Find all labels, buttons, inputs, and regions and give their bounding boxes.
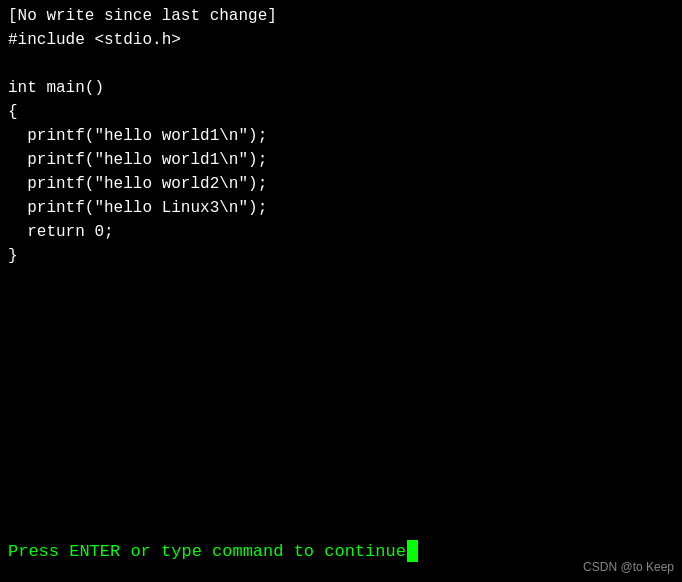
code-line: [No write since last change] [8, 4, 674, 28]
status-text: Press ENTER or type command to continue [8, 540, 418, 562]
cursor-block [407, 540, 418, 562]
code-line: } [8, 244, 674, 268]
code-line: printf("hello world2\n"); [8, 172, 674, 196]
code-line: printf("hello world1\n"); [8, 124, 674, 148]
code-line [8, 52, 674, 76]
code-line: #include <stdio.h> [8, 28, 674, 52]
watermark: CSDN @to Keep [583, 560, 674, 574]
editor-area: [No write since last change]#include <st… [0, 0, 682, 520]
code-line: return 0; [8, 220, 674, 244]
code-line: printf("hello Linux3\n"); [8, 196, 674, 220]
code-line: { [8, 100, 674, 124]
status-label: Press ENTER or type command to continue [8, 542, 406, 561]
code-line: printf("hello world1\n"); [8, 148, 674, 172]
code-line: int main() [8, 76, 674, 100]
status-bar: Press ENTER or type command to continue [0, 520, 682, 582]
